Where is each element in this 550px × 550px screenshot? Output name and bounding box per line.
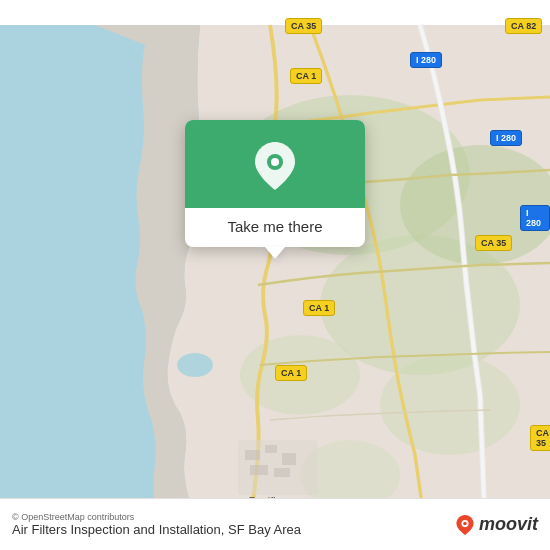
location-name-label: Air Filters Inspection and Installation,…	[12, 522, 301, 537]
svg-point-18	[463, 521, 467, 525]
road-badge-ca1-top: CA 1	[290, 68, 322, 84]
svg-point-16	[271, 158, 279, 166]
road-badge-ca1-mid1: CA 1	[303, 300, 335, 316]
svg-point-5	[380, 355, 520, 455]
location-pin-icon	[255, 142, 295, 190]
road-badge-ca35-bot: CA 35	[530, 425, 550, 451]
svg-point-7	[177, 353, 213, 377]
road-badge-i280-top: I 280	[410, 52, 442, 68]
popup-green-area	[185, 120, 365, 208]
road-badge-ca82-top: CA 82	[505, 18, 542, 34]
moovit-brand-text: moovit	[479, 514, 538, 535]
road-badge-ca35-mid: CA 35	[475, 235, 512, 251]
bottom-bar: © OpenStreetMap contributors Air Filters…	[0, 498, 550, 550]
road-badge-ca1-mid2: CA 1	[275, 365, 307, 381]
svg-rect-11	[282, 453, 296, 465]
map-attribution: © OpenStreetMap contributors	[12, 512, 301, 522]
map-background: Pacifica	[0, 0, 550, 550]
map-container: Pacifica CA 35CA 82CA 1I 280I 280I 280CA…	[0, 0, 550, 550]
take-me-there-button[interactable]: Take me there	[227, 208, 322, 247]
svg-rect-13	[274, 468, 290, 477]
popup-card: Take me there	[185, 120, 365, 247]
moovit-logo: moovit	[455, 514, 538, 535]
moovit-pin-icon	[455, 515, 475, 535]
svg-rect-12	[250, 465, 268, 475]
svg-rect-10	[265, 445, 277, 453]
road-badge-i280-right: I 280	[520, 205, 550, 231]
road-badge-i280-mid: I 280	[490, 130, 522, 146]
bottom-bar-left: © OpenStreetMap contributors Air Filters…	[12, 512, 301, 537]
svg-rect-9	[245, 450, 260, 460]
road-badge-ca35-top: CA 35	[285, 18, 322, 34]
